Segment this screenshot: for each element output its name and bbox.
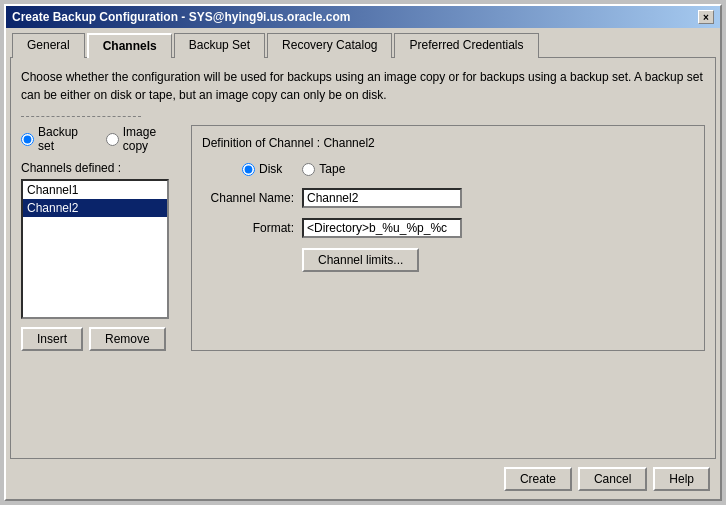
channel-limits-button[interactable]: Channel limits... — [302, 248, 419, 272]
close-button[interactable]: × — [698, 10, 714, 24]
backup-set-radio[interactable] — [21, 133, 34, 146]
tab-recovery-catalog[interactable]: Recovery Catalog — [267, 33, 392, 58]
insert-button[interactable]: Insert — [21, 327, 83, 351]
main-window: Create Backup Configuration - SYS@hying9… — [4, 4, 722, 501]
tab-preferred-credentials[interactable]: Preferred Credentials — [394, 33, 538, 58]
format-label: Format: — [202, 221, 302, 235]
channels-defined-label: Channels defined : — [21, 161, 181, 175]
channel-item-2[interactable]: Channel2 — [23, 199, 167, 217]
divider — [21, 116, 141, 117]
tape-radio[interactable] — [302, 163, 315, 176]
window-title: Create Backup Configuration - SYS@hying9… — [12, 10, 350, 24]
title-bar: Create Backup Configuration - SYS@hying9… — [6, 6, 720, 28]
tape-label: Tape — [319, 162, 345, 176]
backup-set-label: Backup set — [38, 125, 94, 153]
channel-definition-title: Definition of Channel : Channel2 — [202, 136, 694, 150]
tape-option[interactable]: Tape — [302, 162, 345, 176]
help-button[interactable]: Help — [653, 467, 710, 491]
channel-limits-area: Channel limits... — [202, 248, 694, 272]
remove-button[interactable]: Remove — [89, 327, 166, 351]
disk-tape-group: Disk Tape — [202, 162, 694, 176]
main-content: Choose whether the configuration will be… — [10, 57, 716, 459]
channel-name-input[interactable] — [302, 188, 462, 208]
channel-buttons: Insert Remove — [21, 327, 181, 351]
content-area: Backup set Image copy Channels defined :… — [21, 125, 705, 351]
disk-label: Disk — [259, 162, 282, 176]
description-text: Choose whether the configuration will be… — [21, 68, 705, 104]
channel-item-1[interactable]: Channel1 — [23, 181, 167, 199]
tab-backup-set[interactable]: Backup Set — [174, 33, 265, 58]
cancel-button[interactable]: Cancel — [578, 467, 647, 491]
channel-name-row: Channel Name: — [202, 188, 694, 208]
tab-general[interactable]: General — [12, 33, 85, 58]
image-copy-option[interactable]: Image copy — [106, 125, 181, 153]
backup-type-group: Backup set Image copy — [21, 125, 181, 153]
channel-list[interactable]: Channel1 Channel2 — [21, 179, 169, 319]
tab-bar: General Channels Backup Set Recovery Cat… — [6, 28, 720, 57]
format-row: Format: — [202, 218, 694, 238]
disk-option[interactable]: Disk — [242, 162, 282, 176]
channel-name-label: Channel Name: — [202, 191, 302, 205]
format-input[interactable] — [302, 218, 462, 238]
backup-set-option[interactable]: Backup set — [21, 125, 94, 153]
right-panel: Definition of Channel : Channel2 Disk Ta… — [191, 125, 705, 351]
tab-channels[interactable]: Channels — [87, 33, 172, 58]
left-panel: Backup set Image copy Channels defined :… — [21, 125, 181, 351]
bottom-bar: Create Cancel Help — [6, 459, 720, 499]
image-copy-label: Image copy — [123, 125, 181, 153]
disk-radio[interactable] — [242, 163, 255, 176]
image-copy-radio[interactable] — [106, 133, 119, 146]
create-button[interactable]: Create — [504, 467, 572, 491]
